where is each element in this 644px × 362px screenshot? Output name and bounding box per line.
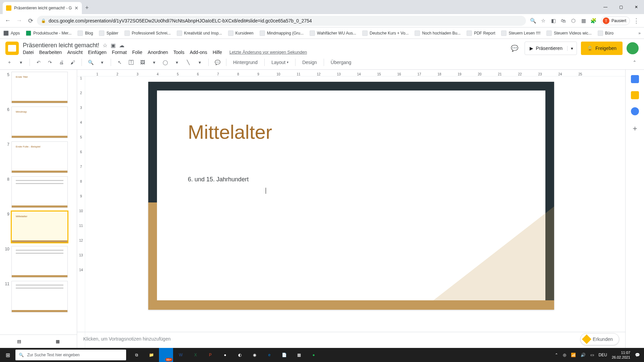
last-edit[interactable]: Letzte Änderung vor wenigen Sekunden	[229, 50, 307, 55]
bookmark-item[interactable]: Professionell Schrei...	[124, 31, 171, 36]
bookmark-item[interactable]: Produktsuche - Mer...	[26, 31, 71, 36]
bookmark-item[interactable]: Blog	[77, 31, 93, 36]
start-button[interactable]: ⊞	[0, 348, 15, 362]
menu-item[interactable]: Hilfe	[213, 50, 222, 55]
bookmark-item[interactable]: Wahlfächer WU Aus...	[310, 31, 356, 36]
select-tool[interactable]: ↖	[115, 58, 124, 67]
slides-logo[interactable]	[5, 42, 19, 55]
explore-button[interactable]: Erkunden	[580, 333, 619, 345]
slide-thumbnail[interactable]	[11, 281, 68, 312]
edge-icon[interactable]: e	[262, 348, 276, 362]
speaker-notes[interactable]: Klicken, um Vortragsnotizen hinzuzufügen…	[77, 332, 625, 348]
task-view-icon[interactable]: ⧉	[129, 348, 144, 362]
line-dropdown[interactable]: ▾	[195, 58, 204, 67]
menu-item[interactable]: Add-ons	[190, 50, 207, 55]
present-button[interactable]: ▶Präsentieren ▾	[525, 42, 577, 55]
slide[interactable]: Mittelalter 6. und 15. Jahrhundert	[148, 82, 554, 310]
app-icon[interactable]: ◐	[233, 348, 247, 362]
bookmark-item[interactable]: PDF Report	[467, 31, 495, 36]
tray-chevron-icon[interactable]: ⌃	[555, 353, 558, 357]
new-slide-button[interactable]: ＋	[5, 58, 14, 67]
comment-tool[interactable]: 💬	[213, 58, 222, 67]
star-doc-icon[interactable]: ☆	[103, 42, 107, 49]
menu-item[interactable]: Ansicht	[67, 50, 83, 55]
addons-plus-icon[interactable]: ＋	[631, 123, 639, 133]
redo-button[interactable]: ↷	[45, 58, 55, 67]
bookmark-item[interactable]: Kreativität und Insp...	[177, 31, 222, 36]
word-icon[interactable]: W	[174, 348, 188, 362]
line-tool[interactable]: ╲	[183, 58, 193, 67]
account-avatar[interactable]	[627, 42, 639, 54]
menu-item[interactable]: Tools	[173, 50, 184, 55]
paint-format-button[interactable]: 🖌	[68, 58, 77, 67]
shape-tool[interactable]: ◯	[161, 58, 170, 67]
app-icon[interactable]: ●	[218, 348, 232, 362]
bookmark-item[interactable]: Steuern Lesen !!!!	[501, 31, 540, 36]
reader-icon[interactable]: ◧	[550, 17, 557, 24]
keep-icon[interactable]	[631, 91, 639, 99]
bookmark-item[interactable]: Steuern Videos wic...	[546, 31, 592, 36]
minimize-button[interactable]: —	[598, 0, 613, 14]
star-icon[interactable]: ☆	[540, 17, 547, 24]
tasks-icon[interactable]	[631, 107, 639, 115]
close-window-button[interactable]: ✕	[629, 0, 644, 14]
move-doc-icon[interactable]: ▣	[111, 42, 116, 49]
transition-button[interactable]: Übergang	[328, 58, 354, 67]
textbox-tool[interactable]: 🅃	[126, 58, 136, 67]
wifi-icon[interactable]: 📶	[571, 353, 576, 357]
app-icon[interactable]: ▦	[292, 348, 306, 362]
undo-button[interactable]: ↶	[34, 58, 43, 67]
slide-thumbnail[interactable]	[11, 176, 68, 208]
design-button[interactable]: Design	[300, 58, 320, 67]
apps-button[interactable]: Apps	[3, 31, 20, 36]
profile-chip[interactable]: T Pausiert	[601, 16, 630, 25]
browser-tab[interactable]: Präsentieren leicht gemacht! - G ✕	[3, 2, 82, 14]
clock[interactable]: 11:07 26.02.2021	[612, 350, 630, 360]
filmstrip[interactable]: 5 Erste Titel 6 Mindmap 7 Erste Folie - …	[0, 70, 77, 348]
bookmarks-overflow-icon[interactable]: »	[638, 31, 641, 36]
present-dropdown[interactable]: ▾	[567, 46, 577, 51]
slide-thumbnail[interactable]: Erste Titel	[11, 72, 68, 103]
image-dropdown[interactable]: ▾	[149, 58, 159, 67]
bookmark-item[interactable]: Mindmapping (Gru...	[260, 31, 304, 36]
filmstrip-view-icon[interactable]: ▤	[17, 339, 21, 344]
new-tab-button[interactable]: +	[85, 4, 89, 11]
share-button[interactable]: 🔒Freigeben	[581, 42, 623, 55]
layout-button[interactable]: Layout	[269, 58, 291, 67]
cart-icon[interactable]: 🛍	[560, 17, 567, 24]
battery-icon[interactable]: ▭	[590, 353, 594, 357]
calendar-icon[interactable]	[631, 75, 639, 83]
bookmark-item[interactable]: Deutsche Kurs + Vo...	[362, 31, 409, 36]
maximize-button[interactable]: ▢	[613, 0, 629, 14]
forward-button[interactable]: →	[14, 16, 24, 26]
sync-icon[interactable]: ⬡	[570, 17, 577, 24]
zoom-button[interactable]: 🔍	[86, 58, 95, 67]
chrome-icon[interactable]: ◉	[248, 348, 262, 362]
cloud-status-icon[interactable]: ☁	[119, 42, 124, 49]
browser-menu-icon[interactable]: ⋮	[633, 17, 639, 24]
shape-dropdown[interactable]: ▾	[172, 58, 181, 67]
notifications-icon[interactable]: 💬	[635, 353, 640, 357]
close-tab-icon[interactable]: ✕	[74, 5, 78, 11]
menu-item[interactable]: Format	[112, 50, 127, 55]
slide-title[interactable]: Mittelalter	[188, 121, 272, 143]
bookmark-item[interactable]: Kursideen	[228, 31, 254, 36]
grid-view-icon[interactable]: ▦	[56, 339, 60, 344]
spotify-icon[interactable]: ●	[307, 348, 321, 362]
menu-item[interactable]: Einfügen	[88, 50, 106, 55]
menu-item[interactable]: Datei	[23, 50, 34, 55]
zoom-dropdown[interactable]: ▾	[97, 58, 107, 67]
url-field[interactable]: 🔒 docs.google.com/presentation/d/1yV372S…	[37, 16, 526, 26]
bookmark-item[interactable]: Später	[99, 31, 118, 36]
zoom-icon[interactable]: 🔍	[530, 17, 537, 24]
notepad-icon[interactable]: 📄	[277, 348, 291, 362]
slide-body[interactable]: 6. und 15. Jahrhundert	[188, 176, 249, 183]
location-icon[interactable]: ◎	[563, 353, 566, 357]
comments-button[interactable]: 💬	[508, 42, 521, 54]
new-slide-dropdown[interactable]: ▾	[16, 58, 25, 67]
slide-thumbnail[interactable]: Mittelalter	[11, 211, 68, 243]
powerpoint-icon[interactable]: P	[203, 348, 217, 362]
extensions-icon[interactable]: 🧩	[590, 17, 597, 24]
slide-thumbnail[interactable]: Erste Folie - Beispiel	[11, 141, 68, 173]
qr-icon[interactable]: ▦	[580, 17, 587, 24]
